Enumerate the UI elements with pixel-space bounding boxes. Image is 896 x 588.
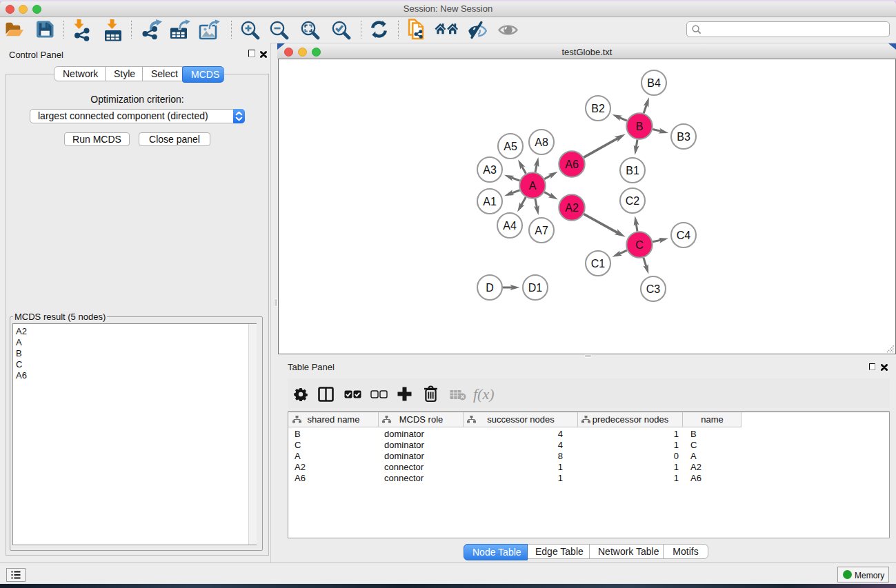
svg-text:C4: C4 (677, 230, 691, 241)
svg-text:A4: A4 (503, 220, 517, 232)
svg-text:B3: B3 (677, 131, 690, 143)
svg-text:A5: A5 (504, 141, 517, 152)
svg-text:A2: A2 (565, 202, 579, 214)
svg-text:C: C (635, 239, 644, 251)
svg-text:C2: C2 (626, 195, 640, 207)
svg-text:B2: B2 (591, 103, 605, 114)
svg-text:B: B (636, 121, 644, 132)
svg-text:B1: B1 (626, 165, 639, 176)
svg-text:A8: A8 (535, 136, 548, 148)
svg-text:D1: D1 (528, 282, 543, 294)
svg-text:C3: C3 (646, 283, 661, 295)
svg-text:A1: A1 (483, 196, 497, 207)
svg-text:D: D (486, 282, 494, 294)
svg-text:A6: A6 (565, 159, 579, 170)
svg-text:C1: C1 (591, 258, 606, 270)
svg-text:B4: B4 (647, 77, 661, 89)
svg-text:A: A (529, 180, 537, 192)
svg-text:A3: A3 (483, 164, 497, 176)
svg-text:A7: A7 (535, 225, 548, 236)
